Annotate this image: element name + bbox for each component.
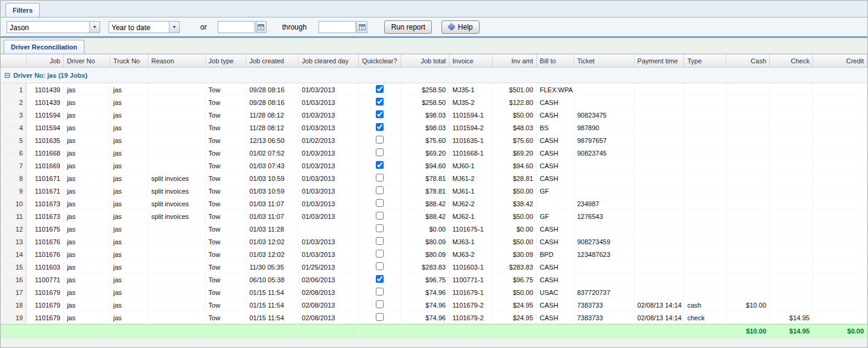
- cell: [813, 286, 867, 298]
- collapse-group-icon[interactable]: ⊟: [4, 72, 10, 79]
- cell: $88.42: [401, 197, 449, 209]
- cell: 1101671: [27, 172, 64, 184]
- cell: $75.60: [493, 134, 537, 146]
- cell: 1100771-1: [449, 273, 493, 285]
- chevron-down-icon[interactable]: ▼: [169, 22, 179, 33]
- tab-driver-reconciliation[interactable]: Driver Reconciliation: [4, 40, 84, 54]
- cell: jas: [64, 299, 110, 311]
- column-header-credit[interactable]: Credit: [813, 54, 867, 67]
- column-header-check[interactable]: Check: [770, 54, 813, 67]
- cell: [635, 286, 685, 298]
- quickclear-checkbox[interactable]: [376, 98, 384, 106]
- column-header-driver-no[interactable]: Driver No: [64, 54, 110, 67]
- totals-row: $10.00$14.95$0.00: [1, 324, 867, 337]
- quickclear-checkbox[interactable]: [376, 186, 384, 194]
- table-row[interactable]: 131101676jasjasTow01/03 12:0201/03/2013$…: [1, 235, 867, 248]
- table-row[interactable]: 81101671jasjassplit invoicesTow01/03 10:…: [1, 172, 867, 185]
- column-header-job[interactable]: Job: [27, 54, 64, 67]
- cell: [359, 197, 401, 209]
- column-header-quickclear-[interactable]: Quickclear?: [359, 54, 401, 67]
- calendar-icon[interactable]: [256, 21, 267, 33]
- cell: MJ61-1: [449, 185, 493, 197]
- run-report-button[interactable]: Run report: [384, 21, 432, 34]
- cell: MJ35-2: [449, 96, 493, 108]
- column-header-job-created[interactable]: Job created: [246, 54, 299, 67]
- table-row[interactable]: 11101439jasjasTow09/28 08:1601/03/2013$2…: [1, 83, 867, 96]
- quickclear-checkbox[interactable]: [376, 110, 384, 118]
- table-row[interactable]: 21101439jasjasTow09/28 08:1601/03/2013$2…: [1, 96, 867, 109]
- quickclear-checkbox[interactable]: [376, 313, 384, 321]
- column-header-job-type[interactable]: Job type: [206, 54, 247, 67]
- cell: [770, 121, 813, 133]
- quickclear-checkbox[interactable]: [376, 148, 384, 156]
- column-header-payment-time[interactable]: Payment time: [635, 54, 685, 67]
- column-header-invoice[interactable]: Invoice: [449, 54, 493, 67]
- table-row[interactable]: 141101676jasjasTow01/03 12:0201/03/2013$…: [1, 248, 867, 261]
- table-row[interactable]: 111101673jasjassplit invoicesTow01/03 11…: [1, 210, 867, 223]
- cell: [574, 223, 635, 235]
- period-select[interactable]: Year to date ▼: [109, 21, 180, 33]
- quickclear-checkbox[interactable]: [376, 275, 384, 283]
- group-header-row[interactable]: ⊟ Driver No: jas (19 Jobs): [1, 68, 867, 83]
- through-date-group: [318, 21, 367, 33]
- table-row[interactable]: 161100771jasjasTow06/10 05:3802/06/2013$…: [1, 273, 867, 286]
- cell: 13: [1, 235, 27, 247]
- table-row[interactable]: 171101679jasjasTow01/15 11:5402/08/2013$…: [1, 286, 867, 299]
- cell: 10: [1, 197, 27, 209]
- quickclear-checkbox[interactable]: [376, 123, 384, 131]
- table-row[interactable]: 41101594jasjasTow11/28 08:1201/03/2013$9…: [1, 121, 867, 134]
- through-date-input[interactable]: [318, 21, 356, 33]
- quickclear-checkbox[interactable]: [376, 199, 384, 207]
- quickclear-checkbox[interactable]: [376, 288, 384, 296]
- chevron-down-icon[interactable]: ▼: [89, 22, 100, 33]
- quickclear-checkbox[interactable]: [376, 250, 384, 258]
- quickclear-checkbox[interactable]: [376, 85, 384, 93]
- cell: [574, 96, 635, 108]
- table-row[interactable]: 151101603jasjasTow11/30 05:3501/25/2013$…: [1, 261, 867, 273]
- quickclear-checkbox[interactable]: [376, 161, 384, 169]
- cell: [770, 147, 813, 159]
- total-cell: [449, 324, 493, 337]
- cell: jas: [64, 121, 110, 133]
- cell: 16: [1, 273, 27, 285]
- column-header-reason[interactable]: Reason: [148, 54, 206, 67]
- quickclear-checkbox[interactable]: [376, 300, 384, 308]
- cell: 01/03/2013: [299, 159, 359, 171]
- quickclear-checkbox[interactable]: [376, 224, 384, 232]
- table-row[interactable]: 101101673jasjassplit invoicesTow01/03 11…: [1, 197, 867, 210]
- column-header-bill-to[interactable]: Bill to: [537, 54, 574, 67]
- cell: Tow: [206, 185, 247, 197]
- quickclear-checkbox[interactable]: [376, 237, 384, 245]
- quickclear-checkbox[interactable]: [376, 262, 384, 270]
- quickclear-checkbox[interactable]: [376, 174, 384, 182]
- column-header-inv-amt[interactable]: Inv amt: [493, 54, 537, 67]
- table-row[interactable]: 181101679jasjasTow01/15 11:5402/08/2013$…: [1, 299, 867, 311]
- cell: [148, 159, 206, 171]
- cell: [726, 223, 770, 235]
- driver-select[interactable]: Jason ▼: [7, 21, 100, 33]
- table-row[interactable]: 121101675jasjasTow01/03 11:28$0.00110167…: [1, 223, 867, 235]
- report-grid: JobDriver NoTruck NoReasonJob typeJob cr…: [1, 54, 867, 347]
- column-header-ticket[interactable]: Ticket: [574, 54, 635, 67]
- quickclear-checkbox[interactable]: [376, 136, 384, 144]
- cell: 1101679: [27, 311, 64, 323]
- column-header-job-cleared-day[interactable]: Job cleared day: [299, 54, 359, 67]
- from-date-input[interactable]: [218, 21, 255, 33]
- column-header-cash[interactable]: Cash: [726, 54, 770, 67]
- cell: jas: [64, 172, 110, 184]
- calendar-icon[interactable]: [356, 21, 367, 33]
- table-row[interactable]: 191101679jasjasTow01/15 11:5402/08/2013$…: [1, 311, 867, 324]
- column-header-truck-no[interactable]: Truck No: [110, 54, 148, 67]
- table-row[interactable]: 71101669jasjasTow01/03 07:4301/03/2013$9…: [1, 159, 867, 172]
- table-row[interactable]: 61101668jasjasTow01/02 07:5201/03/2013$6…: [1, 147, 867, 159]
- column-header-type[interactable]: Type: [684, 54, 726, 67]
- grid-header-row: JobDriver NoTruck NoReasonJob typeJob cr…: [1, 54, 867, 68]
- help-button[interactable]: Help: [442, 21, 480, 34]
- table-row[interactable]: 31101594jasjasTow11/28 08:1201/03/2013$9…: [1, 109, 867, 121]
- column-header-job-total[interactable]: Job total: [401, 54, 449, 67]
- table-row[interactable]: 91101671jasjassplit invoicesTow01/03 10:…: [1, 185, 867, 197]
- tab-filters[interactable]: Filters: [5, 3, 40, 17]
- cell: 01/02 07:52: [246, 147, 299, 159]
- quickclear-checkbox[interactable]: [376, 212, 384, 220]
- table-row[interactable]: 51101635jasjasTow12/13 06:5001/02/2013$7…: [1, 134, 867, 147]
